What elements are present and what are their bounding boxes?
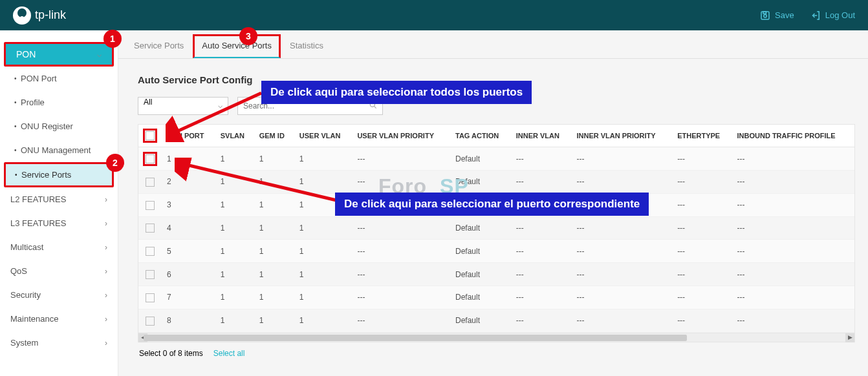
table-row: 8111---Default------------ xyxy=(138,309,854,332)
cell-uvlan: 1 xyxy=(294,309,353,332)
cell-itp: --- xyxy=(732,263,855,286)
table-footer: Select 0 of 8 items Select all xyxy=(138,342,855,364)
sidebar-item-onu-management[interactable]: ONU Management xyxy=(4,138,114,162)
table-row: 6111---Default------------ xyxy=(138,263,854,286)
cell-tag: Default xyxy=(450,286,511,309)
sidebar-cat-l2-features[interactable]: L2 FEATURES› xyxy=(0,187,118,211)
row-checkbox[interactable] xyxy=(146,224,155,233)
table-row: 4111---Default------------ xyxy=(138,216,854,240)
sidebar-item-pon-port[interactable]: PON Port xyxy=(4,67,114,90)
row-checkbox[interactable] xyxy=(146,270,155,279)
annotation-arrow-2 xyxy=(175,158,343,209)
row-checkbox[interactable] xyxy=(146,154,155,163)
logout-button[interactable]: Log Out xyxy=(810,10,855,21)
cell-uvp: --- xyxy=(352,263,450,286)
svg-line-4 xyxy=(184,164,336,200)
sidebar-cat-multicast[interactable]: Multicast› xyxy=(0,235,118,259)
horizontal-scrollbar[interactable]: ◀ ▶ xyxy=(138,333,855,342)
row-checkbox[interactable] xyxy=(146,178,155,187)
cell-ivlan: --- xyxy=(511,216,572,240)
tab-auto-service-ports[interactable]: Auto Service Ports xyxy=(193,34,281,58)
col-header[interactable]: INNER VLAN PRIORITY xyxy=(571,125,672,147)
cell-ivp: --- xyxy=(571,170,672,193)
cell-svlan: 1 xyxy=(215,240,254,263)
chevron-right-icon: › xyxy=(105,195,107,204)
sidebar-cat-qos[interactable]: QoS› xyxy=(0,259,118,283)
sidebar-item-onu-register[interactable]: ONU Register xyxy=(4,114,114,138)
row-checkbox[interactable] xyxy=(146,247,155,256)
sidebar-item-service-ports[interactable]: Service Ports xyxy=(4,162,114,187)
cell-tag: Default xyxy=(450,216,511,240)
row-checkbox[interactable] xyxy=(146,317,155,326)
chevron-right-icon: › xyxy=(105,243,107,252)
sidebar: PON ⌵ PON PortProfileONU RegisterONU Man… xyxy=(0,30,118,376)
row-checkbox[interactable] xyxy=(146,293,155,302)
col-header[interactable]: ETHERTYPE xyxy=(672,125,732,147)
cell-uvp: --- xyxy=(352,170,450,193)
cell-pon: 4 xyxy=(162,216,215,240)
cell-pon: 6 xyxy=(162,263,215,286)
chevron-right-icon: › xyxy=(105,291,107,300)
cell-itp: --- xyxy=(732,286,855,309)
scroll-thumb[interactable] xyxy=(144,335,687,341)
cell-ivlan: --- xyxy=(511,240,572,263)
annotation-tooltip-2: De click aqui para seleccionar el puerto… xyxy=(335,193,649,216)
cell-uvlan: 1 xyxy=(294,216,353,240)
sidebar-head-label: PON xyxy=(16,49,36,59)
annotation-badge-1: 1 xyxy=(103,30,122,48)
cell-itp: --- xyxy=(732,170,855,193)
sidebar-item-profile[interactable]: Profile xyxy=(4,90,114,114)
cell-eth: --- xyxy=(672,216,732,240)
scroll-right-icon[interactable]: ▶ xyxy=(845,333,854,342)
svg-rect-0 xyxy=(761,12,769,19)
sidebar-head-pon[interactable]: PON ⌵ xyxy=(4,42,114,67)
table-row: 7111---Default------------ xyxy=(138,286,854,309)
data-table: PON PORTSVLANGEM IDUSER VLANUSER VLAN PR… xyxy=(138,124,855,333)
chevron-down-icon: ⌵ xyxy=(97,50,102,59)
cell-uvp: --- xyxy=(352,286,450,309)
cell-eth: --- xyxy=(672,309,732,332)
brand-text: tp-link xyxy=(35,8,66,22)
select-all-link[interactable]: Select all xyxy=(213,349,245,358)
cell-ivlan: --- xyxy=(511,286,572,309)
sidebar-cat-l3-features[interactable]: L3 FEATURES› xyxy=(0,211,118,235)
select-all-checkbox[interactable] xyxy=(146,131,155,140)
cell-svlan: 1 xyxy=(215,263,254,286)
cell-tag: Default xyxy=(450,240,511,263)
save-button[interactable]: Save xyxy=(759,10,794,21)
col-header[interactable]: TAG ACTION xyxy=(450,125,511,147)
cell-itp: --- xyxy=(732,309,855,332)
cell-gem: 1 xyxy=(254,286,294,309)
chevron-right-icon: › xyxy=(105,267,107,276)
cell-uvlan: 1 xyxy=(294,286,353,309)
cell-itp: --- xyxy=(732,240,855,263)
tab-statistics[interactable]: Statistics xyxy=(281,34,332,58)
cell-ivp: --- xyxy=(571,286,672,309)
save-icon xyxy=(759,10,771,21)
cell-ivp: --- xyxy=(571,263,672,286)
sidebar-cat-security[interactable]: Security› xyxy=(0,283,118,307)
cell-itp: --- xyxy=(732,147,855,171)
tab-service-ports[interactable]: Service Ports xyxy=(125,34,193,58)
logout-label: Log Out xyxy=(825,10,855,20)
cell-ivp: --- xyxy=(571,147,672,171)
save-label: Save xyxy=(775,10,794,20)
cell-svlan: 1 xyxy=(215,286,254,309)
cell-svlan: 1 xyxy=(215,216,254,240)
row-checkbox[interactable] xyxy=(146,201,155,210)
tab-bar: Service PortsAuto Service PortsStatistic… xyxy=(118,30,868,59)
col-header[interactable]: USER VLAN xyxy=(294,125,353,147)
cell-ivlan: --- xyxy=(511,147,572,171)
cell-uvp: --- xyxy=(352,216,450,240)
cell-pon: 8 xyxy=(162,309,215,332)
sidebar-cat-maintenance[interactable]: Maintenance› xyxy=(0,307,118,331)
annotation-tooltip-1: De click aqui para seleccionar todos los… xyxy=(261,81,532,104)
col-header[interactable]: USER VLAN PRIORITY xyxy=(352,125,450,147)
svg-point-1 xyxy=(764,14,767,17)
cell-itp: --- xyxy=(732,193,855,216)
col-header[interactable]: INBOUND TRAFFIC PROFILE xyxy=(732,125,855,147)
col-header[interactable]: INNER VLAN xyxy=(511,125,572,147)
cell-tag: Default xyxy=(450,147,511,171)
sidebar-cat-system[interactable]: System› xyxy=(0,331,118,355)
logout-icon xyxy=(810,10,821,21)
